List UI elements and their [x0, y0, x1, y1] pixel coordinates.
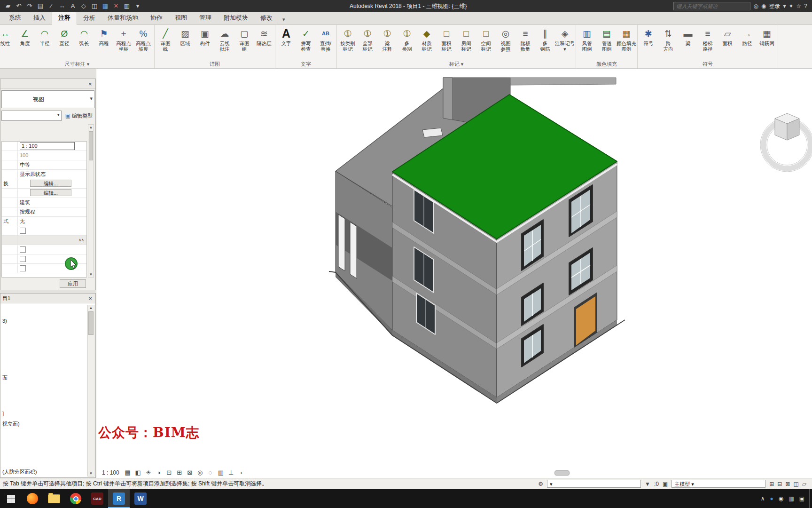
tray-network-icon[interactable]: ◉	[779, 495, 783, 502]
revit-icon[interactable]: R	[108, 489, 130, 508]
section-icon[interactable]: ◫	[89, 1, 100, 11]
scrollbar-thumb[interactable]	[88, 311, 94, 335]
exchange-apps-icon[interactable]: ✦	[789, 3, 793, 9]
property-checkbox[interactable]	[20, 265, 26, 271]
print-icon[interactable]: ▤	[35, 1, 46, 11]
close-hidden-windows-icon[interactable]: ✕	[111, 1, 121, 11]
tool-多钢筋[interactable]: ∥多 钢筋	[535, 26, 555, 52]
tool-详图组[interactable]: ▢详图 组	[234, 26, 254, 52]
signin-label[interactable]: 登录	[769, 2, 780, 10]
property-input[interactable]: 1 : 100	[20, 142, 75, 150]
drag-on-selection-icon[interactable]: ▱	[802, 481, 806, 487]
file-explorer-icon[interactable]	[43, 489, 65, 508]
crop-view-icon[interactable]: ⊡	[165, 469, 173, 476]
scroll-down-icon[interactable]: ▼	[88, 471, 94, 476]
3d-building-model[interactable]	[96, 68, 812, 478]
edit-type-button[interactable]: ▣ 编辑类型	[63, 111, 94, 121]
search-go-icon[interactable]: ◎	[753, 3, 758, 9]
ribbon-display-toggle[interactable]: ▾	[279, 15, 289, 24]
app-button-icon[interactable]: ▰	[3, 1, 13, 11]
tab-系统[interactable]: 系统	[3, 12, 27, 24]
scroll-up-icon[interactable]: ▲	[88, 305, 94, 310]
close-icon[interactable]: ×	[87, 80, 94, 87]
tool-符号[interactable]: ✱符号	[639, 26, 658, 46]
aligned-dimension-icon[interactable]: ↔	[57, 1, 67, 11]
tool-查找替换[interactable]: AB查找/ 替换	[316, 26, 336, 52]
tool-角度[interactable]: ∠角度	[15, 26, 35, 46]
filter-icon[interactable]: ▼	[645, 481, 650, 487]
panel-label[interactable]: 符号	[638, 60, 778, 68]
scroll-down-icon[interactable]: ▼	[88, 272, 94, 277]
properties-filter-combo[interactable]: ▾	[1, 111, 62, 121]
tool-弧长[interactable]: ◠弧长	[74, 26, 94, 46]
tool-房间标记[interactable]: □房间 标记	[456, 26, 476, 52]
tool-楼梯路径[interactable]: ≡楼梯 路径	[698, 26, 718, 52]
help-icon[interactable]: ?	[804, 3, 807, 9]
worksharing-gear-icon[interactable]: ⚙	[538, 481, 543, 487]
tool-多类别[interactable]: ①多 类别	[397, 26, 417, 52]
property-checkbox[interactable]	[20, 246, 26, 253]
reveal-hidden-elements-icon[interactable]: ◌	[207, 469, 214, 476]
tool-跨方向[interactable]: ⇅跨 方向	[658, 26, 678, 52]
panel-label[interactable]: 文字	[275, 60, 336, 68]
active-workset-combo[interactable]: 主模型 ▾	[671, 480, 765, 488]
tool-空间标记[interactable]: □空间 标记	[476, 26, 496, 52]
tool-视图参照[interactable]: ◎视图 参照	[496, 26, 515, 52]
tree-item[interactable]: 视立面)	[2, 421, 20, 428]
temporary-view-properties-icon[interactable]: ▥	[217, 469, 225, 476]
start-button[interactable]	[0, 489, 22, 508]
detail-level-icon[interactable]: ▤	[124, 469, 132, 476]
tool-云线批注[interactable]: ☁云线 批注	[215, 26, 234, 52]
tool-梁[interactable]: ▬梁	[678, 26, 698, 46]
panel-label[interactable]: 标记 ▾	[337, 60, 576, 68]
browser-scrollbar[interactable]: ▲ ▼	[87, 305, 94, 476]
shadows-icon[interactable]: ◑	[155, 469, 163, 476]
tool-面积标记[interactable]: □面积 标记	[437, 26, 456, 52]
tab-视图[interactable]: 视图	[169, 12, 193, 24]
tray-language-icon[interactable]: ▣	[799, 495, 804, 502]
tool-详图线[interactable]: ╱详图 线	[156, 26, 175, 52]
tool-踏板数量[interactable]: ≡踏板 数量	[515, 26, 535, 52]
switch-windows-icon[interactable]: ▥	[122, 1, 132, 11]
tool-面积[interactable]: ▱面积	[718, 26, 737, 46]
design-option-combo[interactable]: ▾	[547, 480, 641, 488]
user-icon[interactable]: ◉	[761, 3, 766, 9]
tray-expand-icon[interactable]: ∧	[761, 495, 765, 502]
select-by-face-icon[interactable]: ◫	[793, 481, 798, 487]
drawing-canvas[interactable]: 公众号：BIM志 1 : 100 ▤◧☀◑⊡⊞⊠◎◌▥⊥‹	[96, 68, 812, 478]
signin-dropdown-icon[interactable]: ▾	[783, 3, 786, 9]
sun-path-icon[interactable]: ☀	[145, 469, 152, 476]
scroll-up-icon[interactable]: ▲	[88, 125, 94, 130]
property-checkbox[interactable]	[20, 256, 26, 262]
tray-volume-icon[interactable]: ▥	[789, 495, 794, 502]
tool-路径[interactable]: →路径	[737, 26, 757, 46]
scrollbar-thumb[interactable]	[89, 131, 93, 160]
tab-管理[interactable]: 管理	[193, 12, 218, 24]
tree-item[interactable]: ]	[2, 411, 4, 416]
tool-钢筋网[interactable]: ▦钢筋网	[757, 26, 777, 46]
tool-线性[interactable]: ↔线性	[0, 26, 15, 46]
horizontal-scrollbar-thumb[interactable]	[554, 470, 570, 476]
tab-注释[interactable]: 注释	[52, 11, 77, 25]
view-scale[interactable]: 1 : 100	[102, 469, 119, 476]
editable-only-icon[interactable]: ▣	[663, 481, 668, 487]
tool-全部标记[interactable]: ①全部 标记	[358, 26, 377, 52]
visual-style-icon[interactable]: ◧	[134, 469, 142, 476]
search-input[interactable]	[673, 2, 750, 10]
tool-按类别标记[interactable]: ①按类别 标记	[338, 26, 358, 52]
apply-button[interactable]: 应用	[60, 279, 86, 288]
tool-拼写检查[interactable]: ✓拼写 检查	[296, 26, 316, 52]
tool-注释记号[interactable]: ◈注释记号 ▾	[555, 26, 575, 52]
firefox-icon[interactable]	[22, 489, 43, 508]
redo-icon[interactable]: ↷	[24, 1, 35, 11]
nav-back-icon[interactable]: ‹	[238, 469, 245, 476]
sheet-icon[interactable]: ▦	[100, 1, 110, 11]
panel-label[interactable]: 颜色填充	[576, 60, 637, 68]
tab-修改[interactable]: 修改	[254, 12, 279, 24]
chrome-icon[interactable]	[65, 489, 86, 508]
temporary-hide-isolate-icon[interactable]: ◎	[196, 469, 204, 476]
panel-label[interactable]: 尺寸标注 ▾	[0, 60, 154, 68]
tool-区域[interactable]: ▨区域	[175, 26, 195, 46]
tab-协作[interactable]: 协作	[144, 12, 169, 24]
3d-view-icon[interactable]: ◇	[78, 1, 89, 11]
